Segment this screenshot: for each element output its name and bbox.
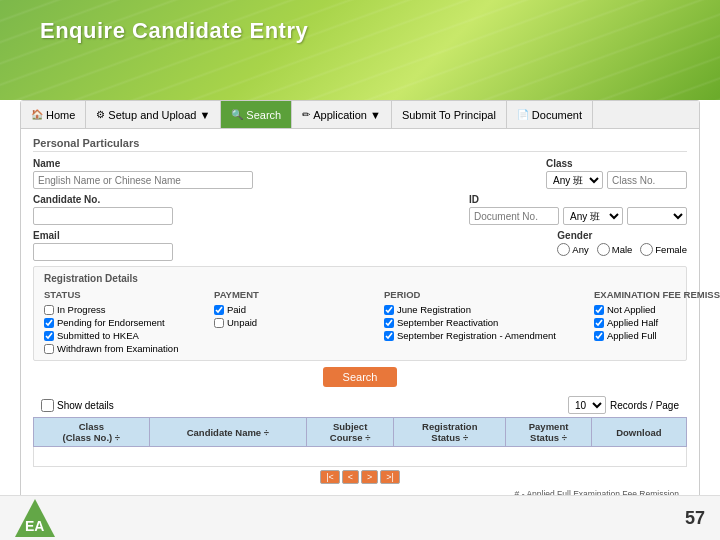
gender-female-option[interactable]: Female: [640, 243, 687, 256]
payment-paid[interactable]: Paid: [214, 304, 374, 315]
show-details-checkbox[interactable]: [41, 399, 54, 412]
status-column: STATUS In Progress Pending for Endorseme…: [44, 289, 204, 354]
class-row: Any 班: [546, 171, 687, 189]
exam-not-applied-checkbox[interactable]: [594, 305, 604, 315]
page-first-button[interactable]: |<: [320, 470, 340, 484]
period-june[interactable]: June Registration: [384, 304, 584, 315]
form-row-candidate-id: Candidate No. ID Any 班: [33, 194, 687, 225]
form-area: Personal Particulars Name Class Any 班: [21, 129, 699, 536]
page-prev-button[interactable]: <: [342, 470, 359, 484]
tab-submit[interactable]: Submit To Principal: [392, 101, 507, 128]
candidate-no-label: Candidate No.: [33, 194, 459, 205]
id-row: Any 班: [469, 207, 687, 225]
tab-document[interactable]: 📄 Document: [507, 101, 593, 128]
name-input[interactable]: [33, 171, 253, 189]
logo: EA: [15, 499, 55, 537]
id-type-select[interactable]: Any 班: [563, 207, 623, 225]
tab-home[interactable]: 🏠 Home: [21, 101, 86, 128]
exam-not-applied[interactable]: Not Applied: [594, 304, 720, 315]
col-subject-course: SubjectCourse ÷: [307, 418, 394, 447]
application-icon: ✏: [302, 109, 310, 120]
payment-unpaid-checkbox[interactable]: [214, 318, 224, 328]
status-pending-checkbox[interactable]: [44, 318, 54, 328]
payment-paid-checkbox[interactable]: [214, 305, 224, 315]
tab-search[interactable]: 🔍 Search: [221, 101, 292, 128]
period-sept-reactivation-checkbox[interactable]: [384, 318, 394, 328]
exam-applied-full-checkbox[interactable]: [594, 331, 604, 341]
period-june-label: June Registration: [397, 304, 471, 315]
tab-application-label: Application: [313, 109, 367, 121]
records-per-page-select[interactable]: 10 20 50: [568, 396, 606, 414]
exam-applied-full[interactable]: Applied Full: [594, 330, 720, 341]
col-download: Download: [591, 418, 686, 447]
class-group: Class Any 班: [546, 158, 687, 189]
col-payment-status: PaymentStatus ÷: [506, 418, 591, 447]
period-sept-amendment-checkbox[interactable]: [384, 331, 394, 341]
period-column: PERIOD June Registration September React…: [384, 289, 584, 354]
document-icon: 📄: [517, 109, 529, 120]
gender-any-radio[interactable]: [557, 243, 570, 256]
status-in-progress[interactable]: In Progress: [44, 304, 204, 315]
gender-female-radio[interactable]: [640, 243, 653, 256]
gender-group: Gender Any Male Female: [557, 230, 687, 256]
tab-setup-label: Setup and Upload: [108, 109, 196, 121]
exam-applied-half-label: Applied Half: [607, 317, 658, 328]
table-row: [34, 447, 687, 467]
gender-any-option[interactable]: Any: [557, 243, 588, 256]
col-registration-status: RegistrationStatus ÷: [394, 418, 506, 447]
id-group: ID Any 班: [469, 194, 687, 225]
home-icon: 🏠: [31, 109, 43, 120]
document-no-input[interactable]: [469, 207, 559, 225]
status-submitted[interactable]: Submitted to HKEA: [44, 330, 204, 341]
status-pending[interactable]: Pending for Endorsement: [44, 317, 204, 328]
status-withdrawn[interactable]: Withdrawn from Examination: [44, 343, 204, 354]
gender-male-radio[interactable]: [597, 243, 610, 256]
records-per-page-label: Records / Page: [610, 400, 679, 411]
status-column-title: STATUS: [44, 289, 204, 300]
main-content: 🏠 Home ⚙ Setup and Upload ▼ 🔍 Search ✏ A…: [20, 100, 700, 530]
class-label: Class: [546, 158, 687, 169]
registration-grid: STATUS In Progress Pending for Endorseme…: [44, 289, 676, 354]
id-extra-select[interactable]: [627, 207, 687, 225]
status-pending-label: Pending for Endorsement: [57, 317, 165, 328]
class-select[interactable]: Any 班: [546, 171, 603, 189]
id-label: ID: [469, 194, 687, 205]
payment-unpaid[interactable]: Unpaid: [214, 317, 374, 328]
exam-applied-half-checkbox[interactable]: [594, 318, 604, 328]
candidate-no-input[interactable]: [33, 207, 173, 225]
setup-arrow-icon: ▼: [199, 109, 210, 121]
period-sept-amendment-label: September Registration - Amendment: [397, 330, 556, 341]
gender-options: Any Male Female: [557, 243, 687, 256]
search-button[interactable]: Search: [323, 367, 398, 387]
exam-applied-half[interactable]: Applied Half: [594, 317, 720, 328]
name-group: Name: [33, 158, 536, 189]
page-last-button[interactable]: >|: [380, 470, 400, 484]
tab-submit-label: Submit To Principal: [402, 109, 496, 121]
tab-setup[interactable]: ⚙ Setup and Upload ▼: [86, 101, 221, 128]
search-button-row: Search: [33, 367, 687, 387]
candidate-no-group: Candidate No.: [33, 194, 459, 225]
records-per-page-group: 10 20 50 Records / Page: [568, 396, 679, 414]
tab-application[interactable]: ✏ Application ▼: [292, 101, 392, 128]
personal-section-title: Personal Particulars: [33, 137, 687, 152]
col-candidate-name: Candidate Name ÷: [149, 418, 306, 447]
search-icon: 🔍: [231, 109, 243, 120]
status-withdrawn-checkbox[interactable]: [44, 344, 54, 354]
gender-label: Gender: [557, 230, 687, 241]
email-input[interactable]: [33, 243, 173, 261]
results-table: Class(Class No.) ÷ Candidate Name ÷ Subj…: [33, 417, 687, 467]
gender-male-option[interactable]: Male: [597, 243, 633, 256]
period-june-checkbox[interactable]: [384, 305, 394, 315]
payment-paid-label: Paid: [227, 304, 246, 315]
header-background: [0, 0, 720, 100]
status-submitted-checkbox[interactable]: [44, 331, 54, 341]
setup-icon: ⚙: [96, 109, 105, 120]
period-sept-amendment[interactable]: September Registration - Amendment: [384, 330, 584, 341]
page-next-button[interactable]: >: [361, 470, 378, 484]
period-sept-reactivation[interactable]: September Reactivation: [384, 317, 584, 328]
table-header-row: Class(Class No.) ÷ Candidate Name ÷ Subj…: [34, 418, 687, 447]
class-no-input[interactable]: [607, 171, 687, 189]
payment-column-title: PAYMENT: [214, 289, 374, 300]
status-in-progress-checkbox[interactable]: [44, 305, 54, 315]
payment-unpaid-label: Unpaid: [227, 317, 257, 328]
